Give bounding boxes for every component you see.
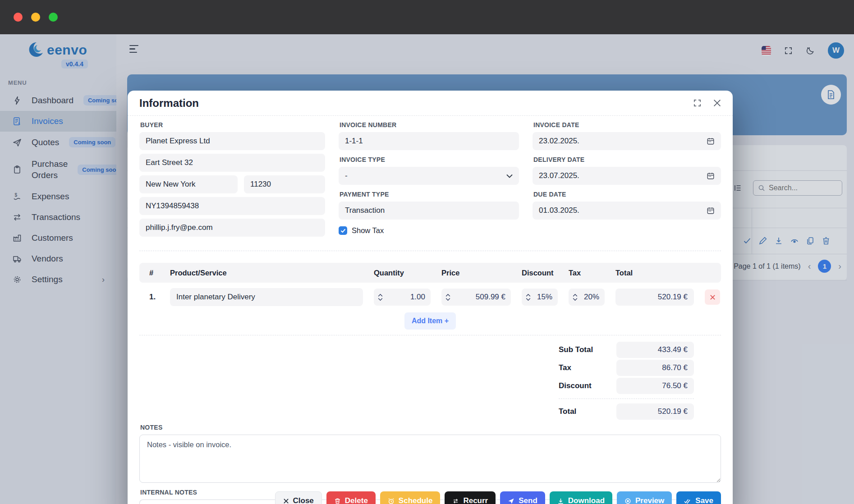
- sidebar-item-invoices[interactable]: $ Invoices: [0, 111, 116, 132]
- sidebar-item-dashboard[interactable]: Dashboard Coming soon: [0, 90, 116, 111]
- trash-icon: [334, 498, 341, 504]
- buyer-street-field[interactable]: [139, 154, 325, 172]
- close-x-icon: [283, 498, 289, 504]
- chevron-left-icon[interactable]: ‹: [808, 261, 811, 271]
- row-actions: [743, 236, 831, 245]
- add-item-button[interactable]: Add Item +: [404, 312, 456, 330]
- page-number-button[interactable]: 1: [818, 260, 831, 273]
- stepper-arrows-icon[interactable]: [573, 294, 578, 301]
- expand-modal-icon[interactable]: [693, 99, 702, 107]
- close-modal-icon[interactable]: [713, 99, 721, 107]
- show-tax-checkbox[interactable]: [339, 226, 347, 235]
- item-index: 1.: [139, 293, 159, 302]
- sidebar-item-expenses[interactable]: $ Expenses: [0, 186, 116, 207]
- dark-mode-moon-icon[interactable]: [806, 46, 815, 55]
- calendar-icon: [707, 206, 715, 215]
- version-badge: v0.4.4: [61, 60, 88, 69]
- sidebar-item-purchase-orders[interactable]: Purchase Orders Coming soon: [0, 153, 116, 186]
- stepper-arrows-icon[interactable]: [526, 294, 531, 301]
- payment-type-label: PAYMENT TYPE: [340, 191, 519, 198]
- sidebar-item-transactions[interactable]: Transactions: [0, 207, 116, 228]
- copy-icon[interactable]: [806, 236, 815, 245]
- logo-crescent-icon: [28, 41, 44, 59]
- modal-header: Information: [128, 91, 733, 116]
- send-button[interactable]: Send: [500, 491, 545, 504]
- delete-button[interactable]: Delete: [326, 491, 376, 504]
- item-total-value: 520.19 €: [615, 289, 694, 306]
- schedule-button[interactable]: Schedule: [380, 491, 441, 504]
- trash-icon[interactable]: [822, 236, 831, 245]
- invoice-type-select[interactable]: -: [339, 167, 519, 185]
- calendar-icon: [707, 137, 715, 145]
- total-value: 520.19 €: [616, 403, 694, 420]
- due-date-label: DUE DATE: [533, 191, 721, 198]
- buyer-taxid-field[interactable]: [139, 197, 325, 215]
- truck-icon: [13, 254, 22, 263]
- stepper-arrows-icon[interactable]: [378, 294, 383, 301]
- invoice-type-label: INVOICE TYPE: [340, 156, 519, 163]
- menu-section-label: MENU: [8, 79, 116, 86]
- delivery-date-label: DELIVERY DATE: [533, 156, 721, 163]
- recurr-button[interactable]: Recurr: [445, 491, 496, 504]
- list-view-icon[interactable]: [733, 183, 742, 192]
- zoom-window-button[interactable]: [49, 13, 58, 22]
- chevron-down-icon: [506, 174, 513, 178]
- search-box[interactable]: [753, 180, 842, 196]
- item-tax-stepper[interactable]: [569, 289, 605, 306]
- download-icon[interactable]: [774, 236, 783, 245]
- payment-type-field[interactable]: [339, 202, 519, 220]
- due-date-field[interactable]: 01.03.2025.: [533, 202, 721, 220]
- buyer-column: BUYER: [139, 121, 325, 237]
- gear-icon: [13, 275, 22, 284]
- tax-row: Tax 86.70 €: [559, 360, 694, 376]
- close-window-button[interactable]: [14, 13, 23, 22]
- chevron-right-icon[interactable]: ›: [838, 261, 841, 271]
- discount-value: 76.50 €: [616, 378, 694, 394]
- notes-textarea[interactable]: Notes - visible on invoice.: [139, 435, 721, 483]
- edit-pencil-icon[interactable]: [758, 236, 767, 245]
- sidebar-item-vendors[interactable]: Vendors: [0, 248, 116, 269]
- delivery-date-field[interactable]: 23.07.2025.: [533, 167, 721, 185]
- buyer-email-field[interactable]: [139, 219, 325, 237]
- fullscreen-icon[interactable]: [784, 46, 793, 55]
- window-titlebar: [0, 0, 854, 34]
- user-avatar[interactable]: W: [828, 42, 844, 59]
- preview-button[interactable]: Preview: [617, 491, 672, 504]
- invoice-icon: $: [13, 117, 22, 126]
- invoice-date-field[interactable]: 23.02.2025.: [533, 132, 721, 150]
- invoice-number-field[interactable]: [339, 132, 519, 150]
- buyer-zip-field[interactable]: [244, 175, 325, 193]
- save-button[interactable]: Save: [676, 491, 721, 504]
- close-button[interactable]: Close: [275, 491, 322, 504]
- hamburger-menu-icon[interactable]: [129, 45, 138, 53]
- document-icon[interactable]: [821, 85, 841, 105]
- minimize-window-button[interactable]: [31, 13, 40, 22]
- total-row: Total 520.19 €: [559, 403, 694, 420]
- app-shell: eenvo v0.4.4 MENU Dashboard Coming soon …: [0, 34, 854, 504]
- pagination: Page 1 of 1 (1 items) ‹ 1 ›: [734, 260, 841, 273]
- transfer-arrows-icon: [13, 213, 22, 222]
- remove-item-button[interactable]: [705, 289, 720, 305]
- item-quantity-stepper[interactable]: [374, 289, 431, 306]
- item-price-stepper[interactable]: [441, 289, 511, 306]
- show-tax-label: Show Tax: [352, 226, 384, 235]
- dates-column: INVOICE DATE 23.02.2025. DELIVERY DATE 2…: [533, 121, 721, 237]
- chevron-right-icon: ›: [102, 275, 105, 284]
- coming-soon-badge: Coming soon: [69, 137, 115, 147]
- search-input[interactable]: [769, 184, 827, 192]
- buyer-city-field[interactable]: [139, 175, 238, 193]
- item-product-field[interactable]: [170, 288, 363, 306]
- sidebar-item-quotes[interactable]: Quotes Coming soon: [0, 132, 116, 153]
- sidebar-item-customers[interactable]: Customers: [0, 228, 116, 248]
- stepper-arrows-icon[interactable]: [445, 294, 450, 301]
- preview-eye-icon[interactable]: [790, 236, 799, 245]
- sidebar-item-settings[interactable]: Settings ›: [0, 269, 116, 290]
- buyer-company-field[interactable]: [139, 132, 325, 150]
- download-button[interactable]: Download: [550, 491, 612, 504]
- approve-check-icon[interactable]: [743, 236, 752, 245]
- show-tax-row: Show Tax: [339, 226, 519, 235]
- topbar-icons: W: [762, 42, 844, 59]
- item-discount-stepper[interactable]: [522, 289, 558, 306]
- calendar-icon: [707, 172, 715, 180]
- language-flag-icon[interactable]: [762, 46, 771, 55]
